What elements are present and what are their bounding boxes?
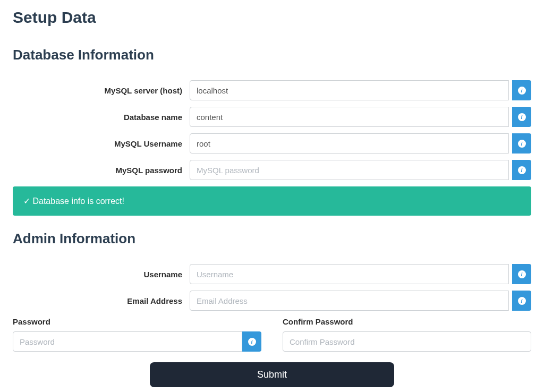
db-host-input-wrap: i	[190, 80, 531, 100]
db-user-input-wrap: i	[190, 133, 531, 154]
page-title: Setup Data	[13, 8, 531, 27]
db-pass-info-button[interactable]: i	[512, 160, 531, 180]
admin-email-label: Email Address	[13, 296, 190, 305]
admin-confirm-label: Confirm Password	[283, 317, 531, 326]
db-pass-input[interactable]	[190, 160, 509, 180]
db-name-row: Database name i	[13, 107, 531, 127]
db-name-input-wrap: i	[190, 107, 531, 127]
admin-password-info-button[interactable]: i	[242, 331, 261, 352]
db-host-label: MySQL server (host)	[13, 86, 190, 95]
admin-password-label: Password	[13, 317, 261, 326]
admin-password-row: Password i Confirm Password	[13, 317, 531, 352]
admin-password-input-wrap: i	[13, 331, 261, 352]
db-pass-row: MySQL password i	[13, 160, 531, 180]
admin-email-input-wrap: i	[190, 291, 531, 311]
db-user-row: MySQL Username i	[13, 133, 531, 154]
db-user-label: MySQL Username	[13, 139, 190, 148]
db-user-info-button[interactable]: i	[512, 133, 531, 154]
admin-confirm-input-wrap	[283, 331, 531, 352]
admin-email-row: Email Address i	[13, 291, 531, 311]
admin-password-input[interactable]	[13, 331, 242, 352]
admin-heading: Admin Information	[13, 231, 531, 247]
admin-confirm-input[interactable]	[283, 331, 531, 352]
info-icon: i	[518, 297, 526, 305]
admin-confirm-col: Confirm Password	[283, 317, 531, 352]
info-icon: i	[248, 338, 256, 346]
submit-row: Submit	[13, 362, 531, 387]
database-section: Database Information MySQL server (host)…	[13, 47, 531, 216]
db-host-input[interactable]	[190, 80, 509, 100]
admin-section: Admin Information Username i Email Addre…	[13, 231, 531, 387]
admin-password-col: Password i	[13, 317, 261, 352]
db-pass-input-wrap: i	[190, 160, 531, 180]
info-icon: i	[518, 87, 526, 95]
db-name-info-button[interactable]: i	[512, 107, 531, 127]
info-icon: i	[518, 270, 526, 278]
info-icon: i	[518, 140, 526, 148]
admin-username-info-button[interactable]: i	[512, 264, 531, 284]
admin-username-row: Username i	[13, 264, 531, 284]
db-name-label: Database name	[13, 113, 190, 122]
info-icon: i	[518, 113, 526, 121]
db-name-input[interactable]	[190, 107, 509, 127]
database-heading: Database Information	[13, 47, 531, 63]
admin-username-input[interactable]	[190, 264, 509, 284]
admin-email-input[interactable]	[190, 291, 509, 311]
submit-button[interactable]: Submit	[150, 362, 394, 387]
info-icon: i	[518, 166, 526, 174]
db-host-row: MySQL server (host) i	[13, 80, 531, 100]
db-user-input[interactable]	[190, 133, 509, 154]
db-host-info-button[interactable]: i	[512, 80, 531, 100]
admin-username-label: Username	[13, 270, 190, 279]
admin-email-info-button[interactable]: i	[512, 291, 531, 311]
db-pass-label: MySQL password	[13, 166, 190, 175]
admin-username-input-wrap: i	[190, 264, 531, 284]
db-success-alert: ✓ Database info is correct!	[13, 186, 531, 216]
